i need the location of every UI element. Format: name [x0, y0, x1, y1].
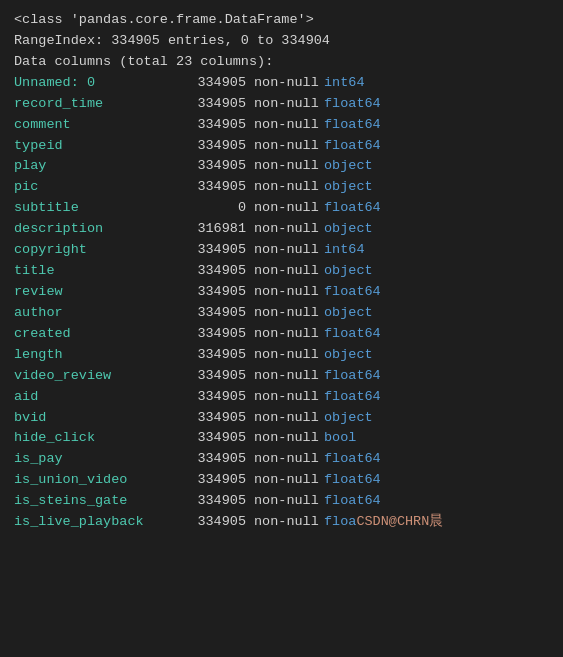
column-count: 0 [174, 198, 254, 219]
column-null: non-null [254, 219, 324, 240]
column-null: non-null [254, 94, 324, 115]
column-row: play334905 non-nullobject [14, 156, 549, 177]
column-count: 334905 [174, 366, 254, 387]
column-type: float64 [324, 470, 381, 491]
column-count: 334905 [174, 303, 254, 324]
column-type: object [324, 177, 373, 198]
watermark: CSDN@CHRN晨 [356, 514, 443, 529]
column-null: non-null [254, 282, 324, 303]
column-count: 334905 [174, 282, 254, 303]
column-name: bvid [14, 408, 174, 429]
column-type: object [324, 408, 373, 429]
column-name: title [14, 261, 174, 282]
column-count: 334905 [174, 387, 254, 408]
column-null: non-null [254, 491, 324, 512]
column-type: float64 [324, 366, 381, 387]
column-null: non-null [254, 387, 324, 408]
column-name: record_time [14, 94, 174, 115]
column-name: is_steins_gate [14, 491, 174, 512]
column-null: non-null [254, 428, 324, 449]
column-null: non-null [254, 73, 324, 94]
column-type: float64 [324, 282, 381, 303]
column-count: 334905 [174, 240, 254, 261]
range-index-line: RangeIndex: 334905 entries, 0 to 334904 [14, 31, 549, 52]
column-type: bool [324, 428, 356, 449]
column-null: non-null [254, 156, 324, 177]
column-type: float64 [324, 387, 381, 408]
column-row: aid334905 non-nullfloat64 [14, 387, 549, 408]
column-type: int64 [324, 73, 365, 94]
column-null: non-null [254, 324, 324, 345]
column-row: is_pay334905 non-nullfloat64 [14, 449, 549, 470]
column-type: float64 [324, 198, 381, 219]
column-null: non-null [254, 198, 324, 219]
column-row: is_steins_gate334905 non-nullfloat64 [14, 491, 549, 512]
column-count: 334905 [174, 94, 254, 115]
column-row: bvid334905 non-nullobject [14, 408, 549, 429]
column-null: non-null [254, 470, 324, 491]
column-row: record_time334905 non-nullfloat64 [14, 94, 549, 115]
column-null: non-null [254, 261, 324, 282]
column-name: Unnamed: 0 [14, 73, 174, 94]
column-count: 334905 [174, 449, 254, 470]
column-name: subtitle [14, 198, 174, 219]
column-count: 334905 [174, 345, 254, 366]
column-type: float64 [324, 449, 381, 470]
column-row: description316981 non-nullobject [14, 219, 549, 240]
column-type: object [324, 156, 373, 177]
column-type: object [324, 219, 373, 240]
range-index-text: RangeIndex: 334905 entries, 0 to 334904 [14, 31, 330, 52]
column-name: video_review [14, 366, 174, 387]
column-type: float64 [324, 115, 381, 136]
column-row: pic334905 non-nullobject [14, 177, 549, 198]
column-count: 334905 [174, 408, 254, 429]
column-row: length334905 non-nullobject [14, 345, 549, 366]
column-null: non-null [254, 345, 324, 366]
column-name: is_pay [14, 449, 174, 470]
column-count: 334905 [174, 261, 254, 282]
column-count: 334905 [174, 428, 254, 449]
column-name: hide_click [14, 428, 174, 449]
column-name: pic [14, 177, 174, 198]
column-type: float64 [324, 491, 381, 512]
column-null: non-null [254, 366, 324, 387]
column-null: non-null [254, 177, 324, 198]
output-block: <class 'pandas.core.frame.DataFrame'> Ra… [14, 10, 549, 533]
class-line: <class 'pandas.core.frame.DataFrame'> [14, 10, 549, 31]
data-columns-line: Data columns (total 23 columns): [14, 52, 549, 73]
column-row: created334905 non-nullfloat64 [14, 324, 549, 345]
column-null: non-null [254, 303, 324, 324]
column-count: 334905 [174, 177, 254, 198]
column-row: is_live_playback334905 non-nullfloaCSDN@… [14, 512, 549, 533]
column-null: non-null [254, 115, 324, 136]
columns-container: Unnamed: 0334905 non-nullint64record_tim… [14, 73, 549, 533]
column-type: floaCSDN@CHRN晨 [324, 512, 443, 533]
column-name: aid [14, 387, 174, 408]
column-type: float64 [324, 136, 381, 157]
column-count: 334905 [174, 156, 254, 177]
column-name: author [14, 303, 174, 324]
column-row: typeid334905 non-nullfloat64 [14, 136, 549, 157]
column-name: copyright [14, 240, 174, 261]
column-type: float64 [324, 94, 381, 115]
column-type: int64 [324, 240, 365, 261]
column-null: non-null [254, 136, 324, 157]
column-count: 334905 [174, 73, 254, 94]
column-row: title334905 non-nullobject [14, 261, 549, 282]
column-count: 334905 [174, 324, 254, 345]
column-null: non-null [254, 408, 324, 429]
column-null: non-null [254, 512, 324, 533]
column-row: is_union_video334905 non-nullfloat64 [14, 470, 549, 491]
column-count: 334905 [174, 512, 254, 533]
column-count: 334905 [174, 470, 254, 491]
column-name: comment [14, 115, 174, 136]
column-name: length [14, 345, 174, 366]
column-count: 316981 [174, 219, 254, 240]
data-columns-text: Data columns (total 23 columns): [14, 52, 273, 73]
column-count: 334905 [174, 491, 254, 512]
column-row: comment334905 non-nullfloat64 [14, 115, 549, 136]
column-row: review334905 non-nullfloat64 [14, 282, 549, 303]
column-row: subtitle0 non-nullfloat64 [14, 198, 549, 219]
class-text: <class 'pandas.core.frame.DataFrame'> [14, 10, 314, 31]
column-row: copyright334905 non-nullint64 [14, 240, 549, 261]
